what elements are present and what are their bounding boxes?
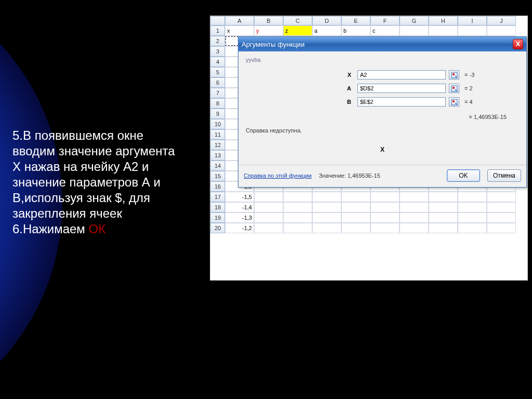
cell[interactable] [283,223,312,233]
arg-row-a: A = 2 [245,82,520,95]
row-header[interactable]: 6 [210,77,225,88]
cell[interactable] [370,212,400,223]
cell[interactable] [370,223,400,233]
col-header[interactable]: A [225,16,254,25]
row-header[interactable]: 5 [210,67,225,77]
row-header[interactable]: 14 [210,161,225,171]
cell[interactable] [400,25,429,36]
svg-rect-1 [453,73,455,75]
row-header[interactable]: 20 [210,223,225,233]
dialog-title: Аргументы функции [242,41,513,48]
col-header[interactable]: G [400,16,429,25]
step-6-line: 6.Нажимаем ОК [12,221,184,237]
cancel-button[interactable]: Отмена [487,169,521,182]
cell[interactable] [458,25,487,36]
selectall-corner[interactable] [210,16,225,25]
arg-input-a[interactable] [357,84,446,93]
col-header[interactable]: F [370,16,400,25]
cell[interactable] [487,223,516,233]
cell[interactable] [312,223,341,233]
cell[interactable] [487,25,516,36]
row-header[interactable]: 19 [210,212,225,223]
row-header[interactable]: 11 [210,129,225,140]
row-header[interactable]: 13 [210,150,225,161]
row-header[interactable]: 9 [210,109,225,119]
cell[interactable] [429,25,458,36]
col-header[interactable]: D [312,16,341,25]
cell[interactable] [254,212,283,223]
cell[interactable] [429,192,458,202]
cell[interactable]: -1,4 [225,202,254,212]
cell[interactable]: -1,5 [225,192,254,202]
cell[interactable]: x [225,25,254,36]
cell[interactable] [458,212,487,223]
cell[interactable] [400,223,429,233]
svg-rect-5 [453,100,455,102]
help-link[interactable]: Справка по этой функции [244,172,312,179]
row-header[interactable]: 2 [210,36,225,46]
cell[interactable] [487,192,516,202]
function-arguments-dialog: Аргументы функции X yyvba X = -3 A = 2 [238,36,527,188]
collapse-icon[interactable] [449,84,459,93]
cell[interactable]: y [254,25,283,36]
col-header[interactable]: J [487,16,516,25]
cell[interactable]: b [341,25,370,36]
cell[interactable] [487,202,516,212]
cell[interactable] [283,202,312,212]
row-header[interactable]: 3 [210,46,225,57]
cell[interactable] [370,192,400,202]
cell[interactable]: a [312,25,341,36]
cell[interactable] [341,212,370,223]
row-header[interactable]: 12 [210,140,225,150]
row-header[interactable]: 17 [210,192,225,202]
arg-input-x[interactable] [357,70,446,79]
cell[interactable] [429,202,458,212]
cell[interactable] [254,192,283,202]
cell[interactable] [254,202,283,212]
cell[interactable]: -1,3 [225,212,254,223]
row-header[interactable]: 10 [210,119,225,129]
arg-input-b[interactable] [357,97,446,107]
row-header[interactable]: 8 [210,98,225,109]
row-header[interactable]: 7 [210,88,225,98]
cell[interactable]: z [283,25,312,36]
step-6-prefix: 6.Нажимаем [12,222,89,236]
cell[interactable] [429,223,458,233]
cell[interactable] [283,212,312,223]
cell[interactable]: -1,2 [225,223,254,233]
cell[interactable] [254,223,283,233]
col-header[interactable]: B [254,16,283,25]
row-header[interactable]: 18 [210,202,225,212]
ok-button[interactable]: OK [447,169,480,182]
cell[interactable] [370,202,400,212]
cell[interactable] [400,212,429,223]
cell[interactable] [429,212,458,223]
col-header[interactable]: H [429,16,458,25]
cell[interactable] [341,202,370,212]
table-row: 17-1,5 [210,192,527,202]
cell[interactable] [400,202,429,212]
cell[interactable] [458,202,487,212]
cell[interactable]: c [370,25,400,36]
row-header[interactable]: 16 [210,181,225,192]
col-header[interactable]: C [283,16,312,25]
cell[interactable] [312,202,341,212]
row-header[interactable]: 15 [210,171,225,181]
row-header[interactable]: 4 [210,57,225,67]
cell[interactable] [283,192,312,202]
close-icon[interactable]: X [513,39,523,49]
cell[interactable] [400,192,429,202]
collapse-icon[interactable] [449,70,459,79]
cell[interactable] [312,212,341,223]
cell[interactable] [312,192,341,202]
col-header[interactable]: E [341,16,370,25]
row-header[interactable]: 1 [210,25,225,36]
cell[interactable] [458,223,487,233]
cell[interactable] [487,212,516,223]
cell[interactable] [458,192,487,202]
cell[interactable] [341,192,370,202]
dialog-titlebar[interactable]: Аргументы функции X [238,37,526,51]
collapse-icon[interactable] [449,97,459,107]
col-header[interactable]: I [458,16,487,25]
cell[interactable] [341,223,370,233]
